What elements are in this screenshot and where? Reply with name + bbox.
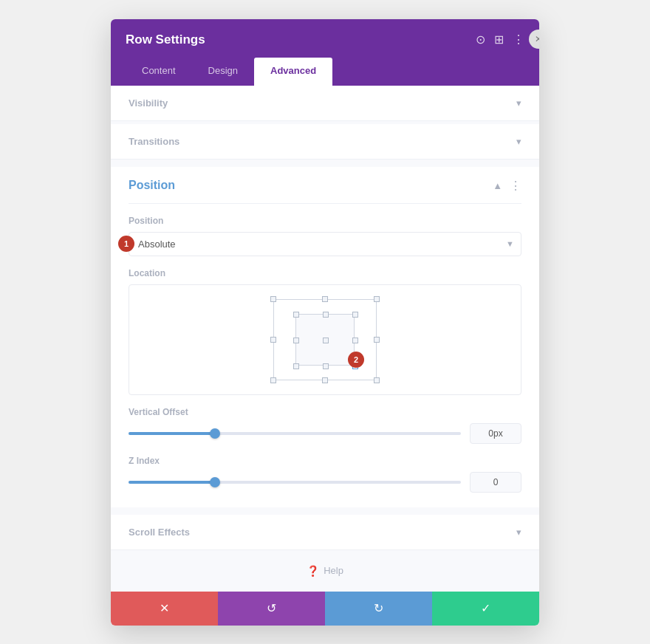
step1-badge: 1 <box>118 236 134 252</box>
position-section: Position ▲ ⋮ Position 1 Default Relative… <box>111 167 539 507</box>
z-index-label: Z Index <box>129 456 521 466</box>
target-icon[interactable]: ⊙ <box>476 32 485 47</box>
z-index-thumb[interactable] <box>210 477 220 487</box>
cancel-button[interactable]: ✕ <box>111 592 218 626</box>
reset-button[interactable]: ↺ <box>218 592 325 626</box>
inner-handle-tr[interactable] <box>352 312 358 318</box>
z-index-row <box>129 472 521 493</box>
handle-tl[interactable] <box>270 296 276 302</box>
redo-button[interactable]: ↻ <box>325 592 432 626</box>
inner-handle-bm[interactable] <box>323 363 329 369</box>
tab-content[interactable]: Content <box>126 58 192 86</box>
more-icon[interactable]: ⋮ <box>513 32 524 47</box>
z-index-field: Z Index <box>129 456 521 493</box>
position-section-header: Position ▲ ⋮ <box>129 167 521 204</box>
reset-icon: ↺ <box>267 601 276 615</box>
handle-tr[interactable] <box>374 296 380 302</box>
handle-br[interactable] <box>374 377 380 383</box>
handle-tm[interactable] <box>322 296 328 302</box>
transitions-label: Transitions <box>129 136 179 147</box>
z-index-track[interactable] <box>129 481 461 484</box>
position-more-icon[interactable]: ⋮ <box>510 179 521 193</box>
visibility-label: Visibility <box>129 97 168 109</box>
transitions-section[interactable]: Transitions ▾ <box>111 124 539 160</box>
location-grid-wrapper[interactable]: 2 <box>129 284 521 395</box>
step2-badge: 2 <box>348 352 364 368</box>
visibility-section[interactable]: Visibility ▾ <box>111 86 539 121</box>
position-select[interactable]: Default Relative Absolute Fixed <box>129 232 521 256</box>
vertical-offset-track[interactable] <box>129 432 461 435</box>
cancel-icon: ✕ <box>160 601 169 615</box>
visibility-chevron: ▾ <box>516 97 521 109</box>
panel-content: Visibility ▾ Transitions ▾ Position ▲ ⋮ … <box>111 86 539 626</box>
vertical-offset-input[interactable] <box>470 423 521 444</box>
help-row: ❓ Help <box>111 550 539 592</box>
help-label[interactable]: Help <box>324 565 343 576</box>
inner-handle-mm[interactable] <box>323 338 329 343</box>
position-field-label: Position <box>129 216 521 226</box>
vertical-offset-thumb[interactable] <box>210 428 220 439</box>
handle-bl[interactable] <box>270 377 276 383</box>
panel-header: Row Settings ⊙ ⊞ ⋮ Content Design Advanc… <box>111 19 539 86</box>
scroll-effects-section[interactable]: Scroll Effects ▾ <box>111 515 539 550</box>
inner-handle-bl[interactable] <box>293 363 299 369</box>
grid-inner-box <box>295 314 355 366</box>
save-button[interactable]: ✓ <box>432 592 539 626</box>
inner-handle-tl[interactable] <box>293 312 299 318</box>
tab-design[interactable]: Design <box>192 58 254 86</box>
position-section-title: Position <box>129 179 175 192</box>
handle-mr[interactable] <box>374 337 380 343</box>
scroll-effects-label: Scroll Effects <box>129 527 190 538</box>
inner-handle-ml[interactable] <box>293 338 299 343</box>
row-settings-panel: ✕ Row Settings ⊙ ⊞ ⋮ Content Design Adva… <box>111 19 539 626</box>
scroll-effects-chevron: ▾ <box>516 527 521 538</box>
action-bar: ✕ ↺ ↻ ✓ <box>111 592 539 626</box>
transitions-chevron: ▾ <box>516 136 521 147</box>
location-label: Location <box>129 268 521 278</box>
z-index-fill <box>129 481 215 484</box>
position-select-wrapper: 1 Default Relative Absolute Fixed ▼ <box>129 232 521 256</box>
vertical-offset-label: Vertical Offset <box>129 407 521 417</box>
vertical-offset-field: Vertical Offset <box>129 407 521 444</box>
z-index-input[interactable] <box>470 472 521 493</box>
position-header-icons: ▲ ⋮ <box>493 179 521 193</box>
redo-icon: ↻ <box>374 601 383 615</box>
tab-advanced[interactable]: Advanced <box>254 58 332 86</box>
header-icons: ⊙ ⊞ ⋮ <box>476 32 524 47</box>
tabs: Content Design Advanced <box>126 58 524 86</box>
columns-icon[interactable]: ⊞ <box>494 32 504 47</box>
vertical-offset-fill <box>129 432 215 435</box>
vertical-offset-row <box>129 423 521 444</box>
position-collapse-icon[interactable]: ▲ <box>493 180 502 191</box>
handle-ml[interactable] <box>270 337 276 343</box>
location-grid: 2 <box>273 299 377 380</box>
handle-bm[interactable] <box>322 377 328 383</box>
panel-title: Row Settings <box>126 32 205 47</box>
help-icon: ❓ <box>307 565 319 577</box>
inner-handle-tm[interactable] <box>323 312 329 318</box>
save-icon: ✓ <box>481 601 490 615</box>
title-row: Row Settings ⊙ ⊞ ⋮ <box>126 32 524 47</box>
inner-handle-mr[interactable] <box>352 338 358 343</box>
